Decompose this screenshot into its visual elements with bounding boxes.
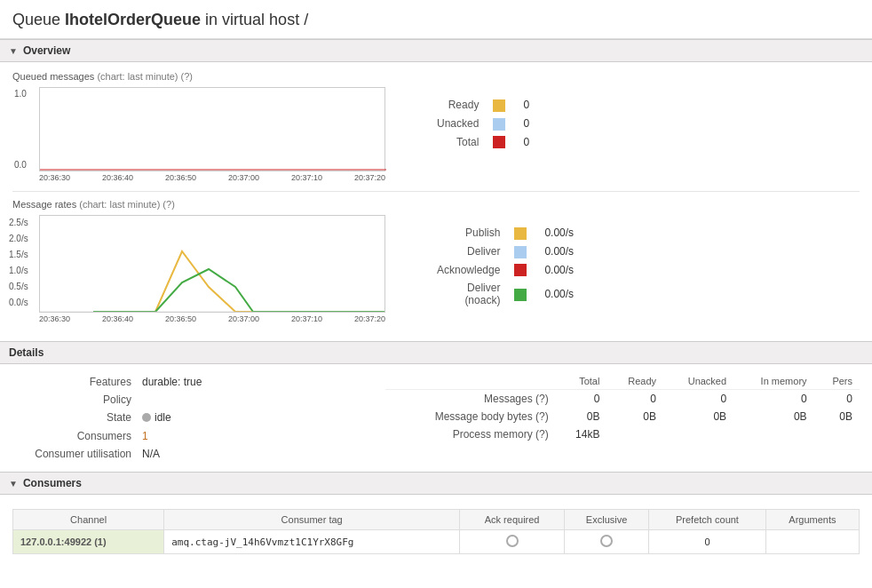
consumers-body: Channel Consumer tag Ack required Exclus…: [0, 495, 872, 563]
messages-row-label: Messages (?): [385, 390, 556, 409]
messages-unacked: 0: [663, 390, 733, 409]
y-bottom-label: 0.0: [14, 160, 27, 170]
col-prefetch-count: Prefetch count: [649, 510, 766, 530]
consumers-count-value: 1: [137, 427, 385, 445]
consumers-section-label: Consumers: [23, 477, 82, 489]
page-title: Queue IhotelOrderQueue in virtual host /: [0, 0, 872, 39]
body-bytes-ready: 0B: [606, 408, 663, 425]
consumer-exclusive: [565, 530, 649, 554]
stats-col-total: Total: [556, 373, 607, 390]
unacked-swatch: [493, 118, 505, 131]
features-label: Features: [12, 373, 137, 391]
messages-persistent: 0: [814, 390, 860, 409]
details-grid: Features durable: true Policy State idle: [12, 373, 860, 463]
consumer-ack-required: [460, 530, 565, 554]
exclusive-circle: [600, 535, 613, 547]
stats-col-unacked: Unacked: [663, 373, 733, 390]
consumer-arguments: [765, 530, 859, 554]
state-idle-badge: idle: [142, 411, 171, 424]
queued-legend-table: Ready 0 Unacked 0 Total 0: [430, 96, 536, 151]
policy-row: Policy: [12, 391, 385, 409]
message-rates-section: Message rates (chart: last minute) (?) 2…: [12, 199, 860, 323]
features-row: Features durable: true: [12, 373, 385, 391]
messages-ready: 0: [606, 390, 663, 409]
stats-col-ready: Ready: [606, 373, 663, 390]
overview-header[interactable]: ▼ Overview: [0, 39, 872, 62]
body-bytes-row-label: Message body bytes (?): [385, 408, 556, 425]
message-rates-chart-wrapper: 2.5/s 2.0/s 1.5/s 1.0/s 0.5/s 0.0/s: [12, 215, 385, 323]
stats-body-bytes-row: Message body bytes (?) 0B 0B 0B 0B 0B: [385, 408, 860, 425]
stats-tbody: Messages (?) 0 0 0 0 0 Message body byte…: [385, 390, 860, 444]
process-memory-unacked: [663, 425, 733, 443]
messages-total: 0: [556, 390, 607, 409]
col-exclusive: Exclusive: [565, 510, 649, 530]
legend-ready-row: Ready 0: [430, 96, 536, 115]
consumers-tbody: 127.0.0.1:49922 (1) amq.ctag-jV_14h6Vvmz…: [13, 530, 860, 554]
details-header-bar: Details: [0, 341, 872, 364]
rates-y-labels: 2.5/s 2.0/s 1.5/s 1.0/s 0.5/s 0.0/s: [9, 215, 28, 311]
consumer-prefetch-count: 0: [649, 530, 766, 554]
rates-legend-table: Publish 0.00/s Deliver 0.00/s Acknowledg…: [430, 224, 581, 309]
queued-messages-legend: Ready 0 Unacked 0 Total 0: [421, 96, 536, 151]
y-top-label: 1.0: [14, 89, 27, 99]
consumers-header-row: Channel Consumer tag Ack required Exclus…: [13, 510, 860, 530]
ready-swatch: [493, 99, 505, 112]
stats-process-memory-row: Process memory (?) 14kB: [385, 425, 860, 443]
process-memory-inmemory: [733, 425, 813, 443]
features-value: durable: true: [137, 373, 385, 391]
consumers-count-row: Consumers 1: [12, 427, 385, 445]
body-bytes-persistent: 0B: [814, 408, 860, 425]
overview-label: Overview: [23, 44, 70, 57]
consumer-channel[interactable]: 127.0.0.1:49922 (1): [13, 530, 164, 554]
message-rates-label: Message rates (chart: last minute) (?): [12, 199, 860, 210]
process-memory-total: 14kB: [556, 425, 607, 443]
details-section: Details Features durable: true Policy St…: [0, 341, 872, 472]
queued-messages-chart: [39, 87, 385, 171]
process-memory-persistent: [814, 425, 860, 443]
consumer-utilisation-label: Consumer utilisation: [12, 445, 137, 463]
consumers-count-label: Consumers: [12, 427, 137, 445]
state-dot-icon: [142, 413, 151, 422]
legend-total-row: Total 0: [430, 133, 536, 152]
rates-chart-svg: [40, 216, 385, 313]
overview-section: ▼ Overview Queued messages (chart: last …: [0, 39, 872, 341]
body-bytes-inmemory: 0B: [733, 408, 813, 425]
message-rates-chart-area: 2.5/s 2.0/s 1.5/s 1.0/s 0.5/s 0.0/s: [12, 215, 860, 323]
col-channel: Channel: [13, 510, 164, 530]
consumer-utilisation-value: N/A: [137, 445, 385, 463]
consumers-table: Channel Consumer tag Ack required Exclus…: [12, 509, 860, 554]
stats-messages-row: Messages (?) 0 0 0 0 0: [385, 390, 860, 409]
process-memory-ready: [606, 425, 663, 443]
state-label: State: [12, 409, 137, 427]
details-body: Features durable: true Policy State idle: [0, 364, 872, 472]
stats-col-empty: [385, 373, 556, 390]
body-bytes-unacked: 0B: [663, 408, 733, 425]
body-bytes-total: 0B: [556, 408, 607, 425]
queued-messages-chart-wrapper: 1.0 0.0 20:36:30 20:36:40 20:36:50: [12, 87, 385, 182]
messages-inmemory: 0: [733, 390, 813, 409]
message-rates-chart: [39, 215, 385, 313]
stats-table: Total Ready Unacked In memory Pers Messa…: [385, 373, 860, 443]
state-value: idle: [137, 409, 385, 427]
consumers-link[interactable]: 1: [142, 430, 148, 442]
policy-value: [137, 391, 385, 409]
overview-arrow-icon: ▼: [9, 46, 18, 56]
stats-header-row: Total Ready Unacked In memory Pers: [385, 373, 860, 390]
details-label: Details: [9, 346, 44, 359]
consumers-arrow-icon: ▼: [9, 479, 18, 489]
process-memory-row-label: Process memory (?): [385, 425, 556, 443]
stats-col-inmemory: In memory: [733, 373, 813, 390]
queued-messages-chart-area: 1.0 0.0 20:36:30 20:36:40 20:36:50: [12, 87, 860, 182]
col-ack-required: Ack required: [460, 510, 565, 530]
table-row: 127.0.0.1:49922 (1) amq.ctag-jV_14h6Vvmz…: [13, 530, 860, 554]
deliver-swatch: [514, 246, 527, 258]
publish-swatch: [514, 227, 527, 240]
consumer-utilisation-row: Consumer utilisation N/A: [12, 445, 385, 463]
consumers-header-bar[interactable]: ▼ Consumers: [0, 472, 872, 495]
consumers-thead: Channel Consumer tag Ack required Exclus…: [13, 510, 860, 530]
details-right: Total Ready Unacked In memory Pers Messa…: [385, 373, 860, 463]
stats-thead: Total Ready Unacked In memory Pers: [385, 373, 860, 390]
col-consumer-tag: Consumer tag: [164, 510, 460, 530]
legend-unacked-row: Unacked 0: [430, 115, 536, 133]
consumers-section: ▼ Consumers Channel Consumer tag Ack req…: [0, 472, 872, 563]
